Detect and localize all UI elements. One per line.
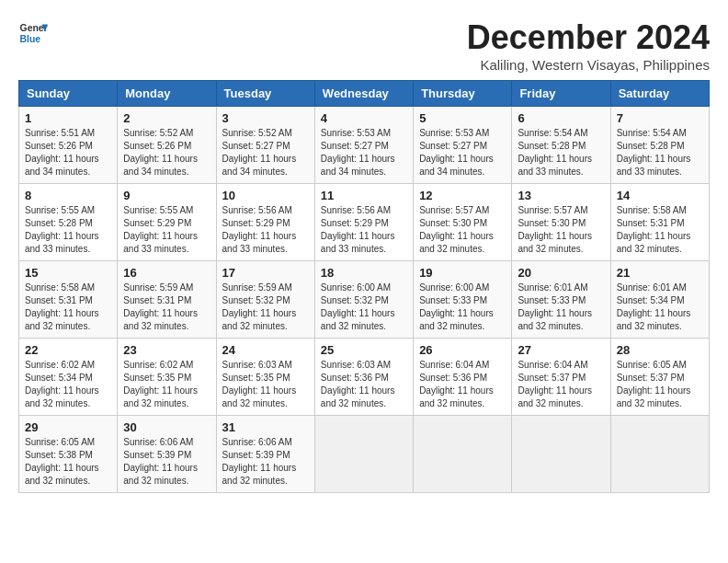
calendar-header-row: SundayMondayTuesdayWednesdayThursdayFrid… xyxy=(19,81,710,107)
day-number: 3 xyxy=(222,111,309,125)
calendar-day-cell: 5Sunrise: 5:53 AM Sunset: 5:27 PM Daylig… xyxy=(414,107,512,184)
day-info: Sunrise: 6:01 AM Sunset: 5:34 PM Dayligh… xyxy=(617,282,703,333)
calendar-day-cell: 6Sunrise: 5:54 AM Sunset: 5:28 PM Daylig… xyxy=(512,107,610,184)
calendar-day-cell: 22Sunrise: 6:02 AM Sunset: 5:34 PM Dayli… xyxy=(19,339,118,416)
day-info: Sunrise: 5:56 AM Sunset: 5:29 PM Dayligh… xyxy=(222,204,309,256)
day-number: 13 xyxy=(518,189,604,202)
day-number: 30 xyxy=(123,420,210,434)
day-info: Sunrise: 5:58 AM Sunset: 5:31 PM Dayligh… xyxy=(25,282,111,333)
day-info: Sunrise: 5:57 AM Sunset: 5:30 PM Dayligh… xyxy=(419,204,506,256)
day-info: Sunrise: 6:05 AM Sunset: 5:37 PM Dayligh… xyxy=(617,359,703,410)
calendar-day-cell: 18Sunrise: 6:00 AM Sunset: 5:32 PM Dayli… xyxy=(314,261,413,339)
calendar-day-cell: 11Sunrise: 5:56 AM Sunset: 5:29 PM Dayli… xyxy=(314,184,413,261)
calendar-day-cell: 27Sunrise: 6:04 AM Sunset: 5:37 PM Dayli… xyxy=(512,339,610,416)
day-info: Sunrise: 5:57 AM Sunset: 5:30 PM Dayligh… xyxy=(518,204,604,256)
day-of-week-header: Thursday xyxy=(414,81,512,107)
day-of-week-header: Tuesday xyxy=(216,81,314,107)
day-number: 12 xyxy=(419,189,506,202)
calendar-day-cell: 13Sunrise: 5:57 AM Sunset: 5:30 PM Dayli… xyxy=(512,184,610,261)
day-number: 26 xyxy=(419,343,506,357)
page-header: General Blue December 2024 Kaliling, Wes… xyxy=(18,18,710,73)
day-number: 21 xyxy=(617,266,703,280)
day-number: 11 xyxy=(321,189,407,202)
calendar-day-cell: 24Sunrise: 6:03 AM Sunset: 5:35 PM Dayli… xyxy=(216,339,314,416)
calendar-day-cell: 9Sunrise: 5:55 AM Sunset: 5:29 PM Daylig… xyxy=(118,184,216,261)
day-of-week-header: Wednesday xyxy=(314,81,413,107)
day-info: Sunrise: 5:54 AM Sunset: 5:28 PM Dayligh… xyxy=(617,127,703,178)
day-info: Sunrise: 5:52 AM Sunset: 5:26 PM Dayligh… xyxy=(123,127,210,178)
day-info: Sunrise: 5:59 AM Sunset: 5:32 PM Dayligh… xyxy=(222,282,309,333)
calendar-day-cell: 8Sunrise: 5:55 AM Sunset: 5:28 PM Daylig… xyxy=(19,184,118,261)
day-info: Sunrise: 5:58 AM Sunset: 5:31 PM Dayligh… xyxy=(617,204,703,256)
calendar-day-cell: 12Sunrise: 5:57 AM Sunset: 5:30 PM Dayli… xyxy=(414,184,512,261)
calendar-day-cell xyxy=(512,416,610,493)
calendar-day-cell: 4Sunrise: 5:53 AM Sunset: 5:27 PM Daylig… xyxy=(314,107,413,184)
calendar-day-cell: 7Sunrise: 5:54 AM Sunset: 5:28 PM Daylig… xyxy=(610,107,709,184)
day-info: Sunrise: 6:02 AM Sunset: 5:34 PM Dayligh… xyxy=(25,359,111,410)
day-info: Sunrise: 6:04 AM Sunset: 5:36 PM Dayligh… xyxy=(419,359,506,410)
calendar-day-cell: 3Sunrise: 5:52 AM Sunset: 5:27 PM Daylig… xyxy=(216,107,314,184)
day-info: Sunrise: 6:00 AM Sunset: 5:32 PM Dayligh… xyxy=(321,282,407,333)
day-number: 29 xyxy=(25,420,111,434)
calendar-day-cell: 19Sunrise: 6:00 AM Sunset: 5:33 PM Dayli… xyxy=(414,261,512,339)
day-number: 23 xyxy=(123,343,210,357)
day-number: 19 xyxy=(419,266,506,280)
day-of-week-header: Sunday xyxy=(19,81,118,107)
day-number: 15 xyxy=(25,266,111,280)
day-of-week-header: Saturday xyxy=(610,81,709,107)
calendar-day-cell: 21Sunrise: 6:01 AM Sunset: 5:34 PM Dayli… xyxy=(610,261,709,339)
day-info: Sunrise: 5:55 AM Sunset: 5:29 PM Dayligh… xyxy=(123,204,210,256)
title-block: December 2024 Kaliling, Western Visayas,… xyxy=(467,18,710,73)
calendar-day-cell: 15Sunrise: 5:58 AM Sunset: 5:31 PM Dayli… xyxy=(19,261,118,339)
day-number: 8 xyxy=(25,189,111,202)
logo-icon: General Blue xyxy=(18,18,48,48)
day-number: 16 xyxy=(123,266,210,280)
day-info: Sunrise: 6:06 AM Sunset: 5:39 PM Dayligh… xyxy=(123,436,210,488)
day-number: 4 xyxy=(321,111,407,125)
day-info: Sunrise: 6:02 AM Sunset: 5:35 PM Dayligh… xyxy=(123,359,210,410)
day-number: 25 xyxy=(321,343,407,357)
day-info: Sunrise: 5:59 AM Sunset: 5:31 PM Dayligh… xyxy=(123,282,210,333)
day-info: Sunrise: 6:00 AM Sunset: 5:33 PM Dayligh… xyxy=(419,282,506,333)
day-number: 24 xyxy=(222,343,309,357)
calendar-week-row: 8Sunrise: 5:55 AM Sunset: 5:28 PM Daylig… xyxy=(19,184,710,261)
calendar-week-row: 1Sunrise: 5:51 AM Sunset: 5:26 PM Daylig… xyxy=(19,107,710,184)
day-info: Sunrise: 5:55 AM Sunset: 5:28 PM Dayligh… xyxy=(25,204,111,256)
day-info: Sunrise: 6:04 AM Sunset: 5:37 PM Dayligh… xyxy=(518,359,604,410)
calendar-day-cell: 31Sunrise: 6:06 AM Sunset: 5:39 PM Dayli… xyxy=(216,416,314,493)
day-number: 20 xyxy=(518,266,604,280)
calendar-day-cell: 1Sunrise: 5:51 AM Sunset: 5:26 PM Daylig… xyxy=(19,107,118,184)
day-of-week-header: Friday xyxy=(512,81,610,107)
calendar-week-row: 29Sunrise: 6:05 AM Sunset: 5:38 PM Dayli… xyxy=(19,416,710,493)
calendar-week-row: 15Sunrise: 5:58 AM Sunset: 5:31 PM Dayli… xyxy=(19,261,710,339)
calendar-day-cell: 2Sunrise: 5:52 AM Sunset: 5:26 PM Daylig… xyxy=(118,107,216,184)
svg-text:Blue: Blue xyxy=(20,34,41,44)
day-info: Sunrise: 5:51 AM Sunset: 5:26 PM Dayligh… xyxy=(25,127,111,178)
calendar-day-cell: 14Sunrise: 5:58 AM Sunset: 5:31 PM Dayli… xyxy=(610,184,709,261)
calendar-day-cell xyxy=(314,416,413,493)
calendar-day-cell: 26Sunrise: 6:04 AM Sunset: 5:36 PM Dayli… xyxy=(414,339,512,416)
calendar-table: SundayMondayTuesdayWednesdayThursdayFrid… xyxy=(18,80,710,493)
calendar-day-cell: 30Sunrise: 6:06 AM Sunset: 5:39 PM Dayli… xyxy=(118,416,216,493)
main-title: December 2024 xyxy=(467,18,710,57)
day-info: Sunrise: 5:52 AM Sunset: 5:27 PM Dayligh… xyxy=(222,127,309,178)
day-info: Sunrise: 6:01 AM Sunset: 5:33 PM Dayligh… xyxy=(518,282,604,333)
day-info: Sunrise: 5:54 AM Sunset: 5:28 PM Dayligh… xyxy=(518,127,604,178)
day-info: Sunrise: 6:03 AM Sunset: 5:35 PM Dayligh… xyxy=(222,359,309,410)
calendar-day-cell: 28Sunrise: 6:05 AM Sunset: 5:37 PM Dayli… xyxy=(610,339,709,416)
day-number: 17 xyxy=(222,266,309,280)
calendar-week-row: 22Sunrise: 6:02 AM Sunset: 5:34 PM Dayli… xyxy=(19,339,710,416)
day-number: 28 xyxy=(617,343,703,357)
calendar-day-cell xyxy=(610,416,709,493)
calendar-day-cell: 23Sunrise: 6:02 AM Sunset: 5:35 PM Dayli… xyxy=(118,339,216,416)
logo: General Blue xyxy=(18,18,48,48)
day-number: 2 xyxy=(123,111,210,125)
calendar-day-cell: 29Sunrise: 6:05 AM Sunset: 5:38 PM Dayli… xyxy=(19,416,118,493)
calendar-day-cell: 20Sunrise: 6:01 AM Sunset: 5:33 PM Dayli… xyxy=(512,261,610,339)
day-number: 31 xyxy=(222,420,309,434)
day-number: 9 xyxy=(123,189,210,202)
day-info: Sunrise: 6:06 AM Sunset: 5:39 PM Dayligh… xyxy=(222,436,309,488)
day-number: 10 xyxy=(222,189,309,202)
day-number: 14 xyxy=(617,189,703,202)
day-number: 22 xyxy=(25,343,111,357)
